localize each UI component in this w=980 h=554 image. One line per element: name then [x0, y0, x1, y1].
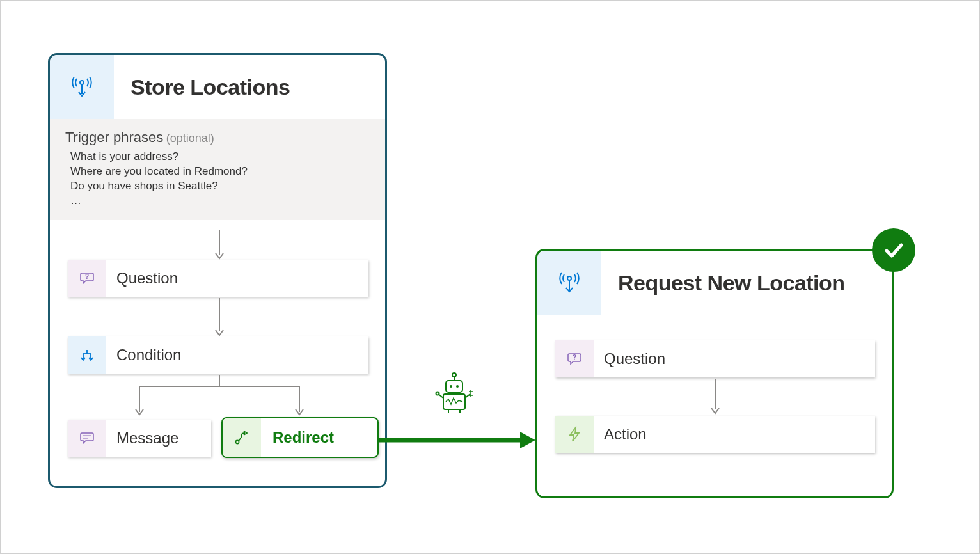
topic-header: Request New Location [537, 251, 892, 315]
svg-line-21 [465, 394, 470, 398]
node-label-redirect: Redirect [261, 429, 334, 447]
checkmark-icon [881, 237, 906, 263]
svg-point-16 [450, 385, 452, 388]
trigger-label-text: Trigger phrases [65, 129, 163, 145]
node-label-message: Message [106, 429, 178, 447]
node-redirect[interactable]: Redirect [221, 417, 379, 458]
trigger-phrase: … [65, 194, 370, 209]
svg-rect-15 [446, 381, 462, 392]
robot-icon [432, 371, 477, 416]
antenna-icon [71, 75, 93, 99]
node-action[interactable]: Action [555, 416, 875, 453]
question-icon: ? [68, 260, 106, 297]
question-icon: ? [555, 340, 594, 377]
node-message[interactable]: Message [68, 420, 211, 457]
trigger-phrases-label: Trigger phrases (optional) [65, 129, 370, 146]
trigger-phrases-section[interactable]: Trigger phrases (optional) What is your … [50, 119, 385, 220]
action-icon [555, 416, 594, 453]
topic-card-store-locations[interactable]: Store Locations Trigger phrases (optiona… [48, 53, 387, 488]
svg-point-17 [456, 385, 459, 388]
node-label-question: Question [106, 269, 178, 287]
topic-header: Store Locations [50, 55, 385, 119]
node-label-question: Question [594, 350, 665, 368]
node-label-condition: Condition [106, 346, 181, 364]
arrow-down-icon [214, 230, 225, 260]
redirect-arrow-icon [378, 431, 537, 450]
svg-text:?: ? [85, 273, 89, 280]
arrow-down-icon [710, 379, 720, 415]
topic-card-request-new-location[interactable]: Request New Location ? Question [535, 249, 894, 498]
message-icon [68, 420, 106, 457]
checkmark-badge [872, 228, 915, 272]
trigger-phrase: Do you have shops in Seattle? [65, 179, 370, 194]
trigger-phrase: What is your address? [65, 150, 370, 164]
svg-point-13 [452, 373, 456, 377]
node-question[interactable]: ? Question [68, 260, 368, 297]
svg-point-0 [80, 81, 84, 84]
trigger-optional-text: (optional) [166, 132, 214, 145]
antenna-icon [558, 271, 580, 295]
diagram-canvas: Store Locations Trigger phrases (optiona… [0, 0, 980, 554]
svg-point-11 [236, 441, 239, 444]
divider [537, 315, 892, 315]
branch-arrows-icon [114, 375, 331, 420]
svg-point-24 [567, 276, 571, 280]
topic-title: Store Locations [114, 75, 290, 100]
redirect-icon [223, 418, 261, 457]
arrow-down-icon [214, 298, 225, 336]
node-condition[interactable]: Condition [68, 336, 368, 374]
topic-icon [537, 251, 601, 315]
svg-text:?: ? [573, 354, 576, 361]
condition-icon [68, 336, 106, 374]
trigger-phrase: Where are you located in Redmond? [65, 164, 370, 179]
topic-icon [50, 55, 114, 119]
node-question[interactable]: ? Question [555, 340, 875, 377]
svg-point-20 [436, 392, 439, 395]
node-label-action: Action [594, 425, 647, 443]
topic-title: Request New Location [601, 271, 845, 296]
